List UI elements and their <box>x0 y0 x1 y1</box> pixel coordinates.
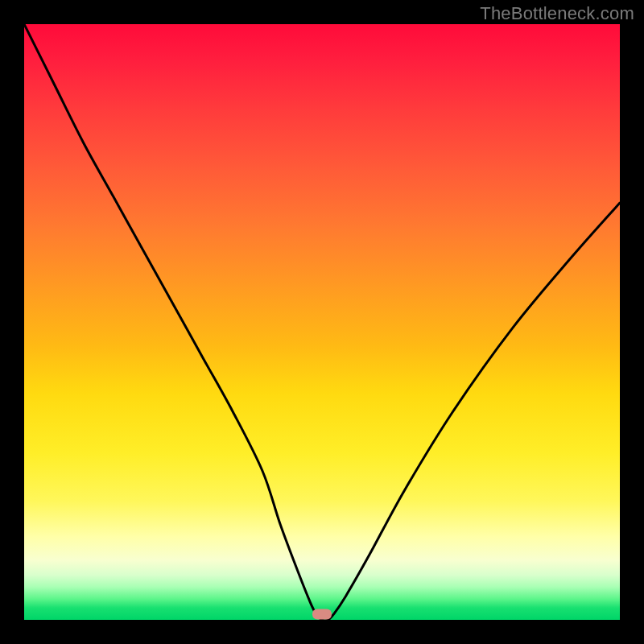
watermark-text: TheBottleneck.com <box>480 3 634 24</box>
plot-area <box>24 24 620 620</box>
chart-frame: TheBottleneck.com <box>0 0 644 644</box>
curve-path <box>24 24 620 620</box>
optimum-marker <box>312 609 332 620</box>
bottleneck-curve <box>24 24 620 620</box>
